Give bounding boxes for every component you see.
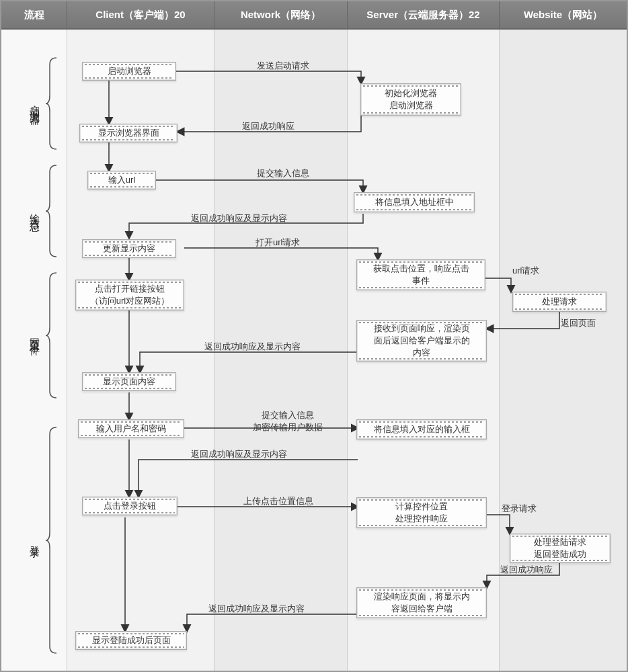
box-render-response: 渲染响应页面，将显示内 容返回给客户端 — [356, 587, 487, 618]
box-calc-control: 计算控件位置 处理控件响应 — [356, 497, 487, 528]
header-network: Network（网络） — [214, 1, 348, 28]
header-process: 流程 — [1, 1, 67, 28]
stage-input-info: 输入信息 — [9, 164, 59, 258]
box-click-login: 点击登录按钮 — [82, 497, 178, 515]
stage-page-event: 网页事件 — [9, 271, 59, 399]
box-login-success: 显示登陆成功后页面 — [75, 631, 187, 650]
msg-return-ok-display1: 返回成功响应及显示内容 — [191, 212, 287, 224]
box-input-credentials: 输入用户名和密码 — [78, 419, 184, 438]
box-show-browser-ui: 显示浏览器界面 — [79, 124, 178, 142]
stage-start-browser: 启动浏览器 — [9, 56, 59, 151]
box-receive-render: 接收到页面响应，渲染页 面后返回给客户端显示的 内容 — [356, 320, 487, 362]
msg-submit-encrypt: 提交输入信息 加密传输用户数据 — [253, 409, 323, 433]
msg-return-ok-display4: 返回成功响应及显示内容 — [208, 603, 305, 615]
stage-label: 登录 — [28, 538, 41, 543]
header-website: Website（网站） — [500, 1, 627, 28]
box-show-page: 显示页面内容 — [82, 372, 176, 391]
stage-login: 登录 — [9, 426, 59, 655]
box-process-request: 处理请求 — [512, 292, 606, 312]
msg-return-page: 返回页面 — [561, 317, 596, 329]
stage-label: 输入信息 — [28, 206, 41, 216]
msg-return-ok1: 返回成功响应 — [242, 120, 295, 132]
msg-return-ok-display3: 返回成功响应及显示内容 — [191, 448, 287, 460]
header-client: Client（客户端）20 — [67, 1, 214, 28]
msg-return-ok-display2: 返回成功响应及显示内容 — [204, 341, 301, 353]
box-init-browser: 初始化浏览器 启动浏览器 — [360, 83, 461, 116]
msg-login-request: 登录请求 — [502, 503, 537, 515]
box-fill-input: 将信息填入对应的输入框 — [356, 419, 487, 439]
box-input-url: 输入url — [87, 171, 156, 190]
box-update-display: 更新显示内容 — [82, 239, 176, 258]
msg-url-request: url请求 — [512, 265, 539, 277]
box-get-click: 获取点击位置，响应点击 事件 — [356, 259, 485, 290]
msg-send-start: 发送启动请求 — [257, 60, 309, 72]
box-click-link: 点击打开链接按钮 （访问url对应网站） — [75, 280, 184, 310]
swimlane-header: 流程 Client（客户端）20 Network（网络） Server（云端服务… — [1, 1, 627, 30]
box-start-browser: 启动浏览器 — [82, 62, 176, 81]
stage-label: 网页事件 — [28, 330, 41, 341]
box-fill-address: 将信息填入地址框中 — [354, 192, 475, 212]
header-server: Server（云端服务器）22 — [348, 1, 500, 28]
box-process-login: 处理登陆请求 返回登陆成功 — [510, 534, 611, 563]
msg-upload-click: 上传点击位置信息 — [243, 495, 313, 507]
msg-return-ok2: 返回成功响应 — [500, 564, 553, 576]
stage-label: 启动浏览器 — [28, 97, 41, 110]
msg-open-url: 打开url请求 — [256, 237, 300, 249]
msg-submit-input: 提交输入信息 — [257, 167, 309, 179]
diagram-body: 启动浏览器 输入信息 网页事件 登录 — [1, 30, 627, 672]
